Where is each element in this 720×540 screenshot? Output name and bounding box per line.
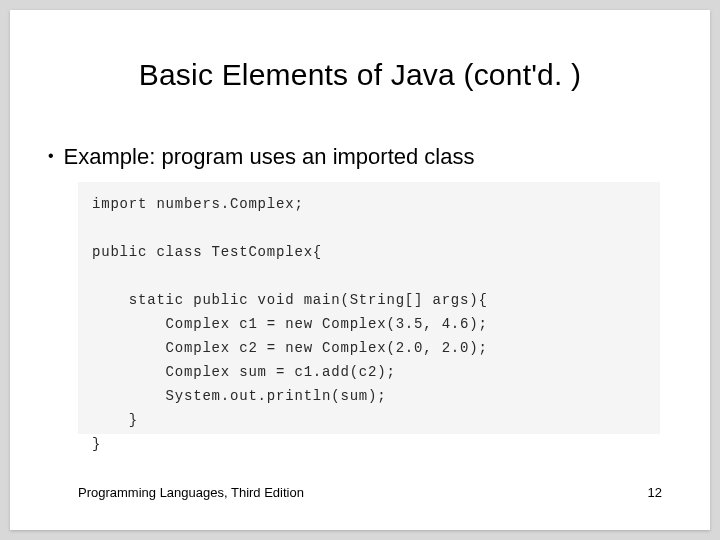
slide: Basic Elements of Java (cont'd. ) •Examp… <box>10 10 710 530</box>
footer-text: Programming Languages, Third Edition <box>78 485 304 500</box>
code-block: import numbers.Complex; public class Tes… <box>78 182 660 434</box>
bullet-text: Example: program uses an imported class <box>64 144 475 169</box>
bullet-item: •Example: program uses an imported class <box>48 144 474 170</box>
slide-title: Basic Elements of Java (cont'd. ) <box>10 58 710 92</box>
bullet-dot-icon: • <box>48 147 54 165</box>
page-number: 12 <box>648 485 662 500</box>
